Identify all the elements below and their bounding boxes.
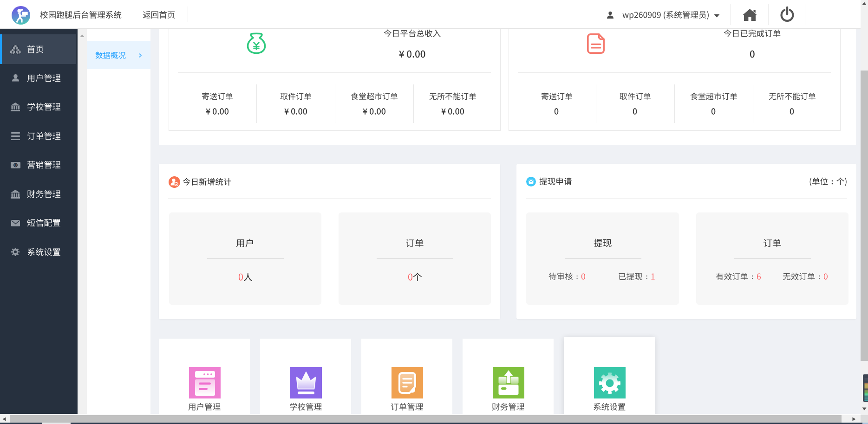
svg-text:0: 0 <box>14 163 17 167</box>
